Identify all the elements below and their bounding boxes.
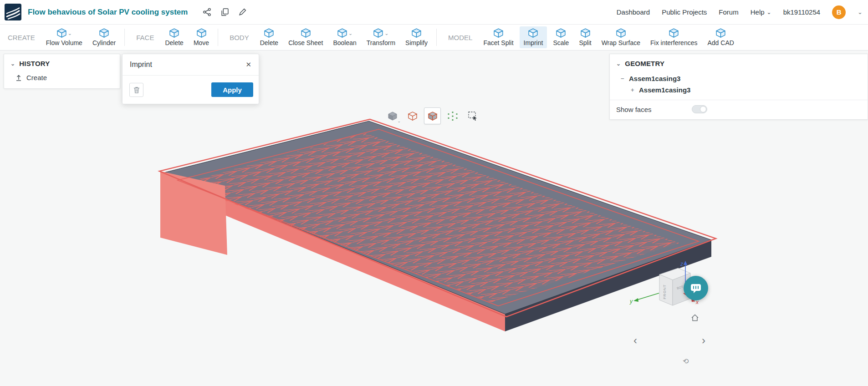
shaded-wireframe-view-button[interactable]	[424, 107, 441, 124]
rotate-view-icon[interactable]: ⟲	[683, 357, 689, 366]
cube-icon	[264, 28, 274, 38]
header-left: Flow behavious of Solar PV cooling syste…	[0, 4, 247, 20]
project-actions	[202, 8, 247, 17]
history-item-create[interactable]: Create	[4, 73, 120, 88]
toolbar-group-create: CREATE ⌄ Flow Volume Cylinder	[0, 25, 121, 50]
toolbar-item-close-sheet[interactable]: Close Sheet	[284, 26, 327, 48]
toolbar-divider	[218, 29, 218, 46]
history-header: ⌄ HISTORY	[4, 54, 120, 73]
cube-icon	[493, 28, 504, 38]
toolbar-item-boolean[interactable]: ⌄ Boolean	[329, 26, 360, 48]
history-title: HISTORY	[19, 60, 50, 67]
cube-icon	[411, 28, 422, 38]
trash-icon	[133, 86, 140, 94]
box-select-button[interactable]	[464, 107, 481, 124]
upload-icon	[15, 74, 22, 81]
nav-help[interactable]: Help ⌄	[751, 8, 771, 16]
show-faces-row: Show faces	[610, 100, 714, 119]
toolbar-item-transform[interactable]: ⌄ Transform	[363, 26, 399, 48]
vertices-view-button[interactable]	[444, 107, 461, 124]
vertices-cube-icon	[448, 112, 458, 121]
simscale-cad-app: Flow behavious of Solar PV cooling syste…	[0, 0, 868, 386]
group-label-body: BODY	[222, 34, 255, 41]
chat-button[interactable]	[684, 276, 708, 300]
toolbar-item-imprint[interactable]: Imprint	[520, 26, 547, 48]
add-cad-icon	[715, 28, 726, 38]
geometry-tree-item[interactable]: − Assem1casing3	[610, 73, 868, 84]
toolbar-item-add-cad[interactable]: Add CAD	[703, 26, 738, 48]
show-faces-toggle[interactable]	[692, 105, 707, 113]
nav-public-projects[interactable]: Public Projects	[662, 8, 707, 16]
imprint-icon	[528, 28, 538, 38]
toggle-knob	[700, 106, 706, 112]
delete-selection-button[interactable]	[129, 83, 143, 97]
wireframe-cube-icon	[408, 112, 418, 121]
show-faces-label: Show faces	[616, 106, 652, 113]
project-title: Flow behavious of Solar PV cooling syste…	[28, 8, 188, 17]
chat-bubble-icon	[690, 283, 702, 294]
simscale-logo	[5, 4, 21, 20]
chevron-down-icon[interactable]: ⌄	[10, 61, 15, 67]
home-view-icon[interactable]	[690, 313, 700, 322]
toolbar-item-face-move[interactable]: Move	[189, 26, 213, 48]
toolbar-item-split[interactable]: Split	[575, 26, 595, 48]
toolbar-item-flow-volume[interactable]: ⌄ Flow Volume	[42, 26, 87, 48]
shaded-view-button[interactable]: ⌄	[384, 107, 401, 124]
toolbar-item-facet-split[interactable]: Facet Split	[479, 26, 517, 48]
wireframe-view-button[interactable]	[404, 107, 421, 124]
toolbar-item-face-delete[interactable]: Delete	[161, 26, 187, 48]
apply-button[interactable]: Apply	[211, 82, 253, 97]
dialog-title: Imprint	[130, 61, 152, 69]
dialog-header: Imprint ✕	[123, 54, 259, 76]
cube-icon	[580, 28, 591, 38]
cube-icon	[337, 28, 347, 38]
cube-icon	[301, 28, 311, 38]
geometry-panel: ⌄ GEOMETRY − Assem1casing3 + Assem1casin…	[609, 54, 868, 120]
share-icon[interactable]	[202, 8, 211, 17]
top-bar: Flow behavious of Solar PV cooling syste…	[0, 0, 868, 25]
pencil-icon[interactable]	[238, 8, 247, 17]
expand-icon[interactable]: +	[631, 86, 635, 93]
shaded-cube-icon	[388, 112, 398, 121]
chevron-down-icon: ⌄	[767, 10, 771, 15]
geometry-title: GEOMETRY	[625, 60, 664, 67]
collapse-icon[interactable]: −	[621, 75, 625, 82]
transform-icon	[373, 28, 383, 38]
cube-icon	[196, 28, 207, 38]
chevron-down-icon: ⌄	[68, 31, 72, 36]
toolbar-divider	[436, 29, 437, 46]
history-item-label: Create	[26, 74, 47, 81]
box-select-icon	[468, 111, 478, 121]
username[interactable]: bk19110254	[783, 8, 820, 16]
cube-icon	[169, 28, 179, 38]
close-icon[interactable]: ✕	[245, 61, 251, 69]
cube-icon	[616, 28, 626, 38]
rotate-left-chevron[interactable]: ‹	[633, 334, 637, 347]
toolbar-group-model: MODEL Facet Split Imprint Scale Split Wr…	[440, 25, 739, 50]
rotate-right-chevron[interactable]: ›	[702, 334, 705, 347]
nav-forum[interactable]: Forum	[719, 8, 738, 16]
geometry-tree-label: Assem1casing3	[629, 75, 680, 82]
history-panel: ⌄ HISTORY Create	[4, 54, 120, 89]
chevron-down-icon: ⌄	[384, 31, 388, 36]
chevron-down-icon[interactable]: ⌄	[616, 61, 621, 67]
toolbar-divider	[124, 29, 125, 46]
toolbar-item-simplify[interactable]: Simplify	[401, 26, 432, 48]
cylinder-icon	[99, 28, 109, 38]
toolbar-item-body-delete[interactable]: Delete	[256, 26, 282, 48]
nav-dashboard[interactable]: Dashboard	[617, 8, 650, 16]
toolbar-item-cylinder[interactable]: Cylinder	[88, 26, 120, 48]
toolbar-item-fix-interferences[interactable]: Fix interferences	[646, 26, 701, 48]
y-axis-label: y	[629, 298, 633, 305]
toolbar-item-scale[interactable]: Scale	[549, 26, 573, 48]
avatar[interactable]: B	[832, 5, 846, 19]
account-chevron-down-icon[interactable]: ⌄	[858, 9, 863, 15]
copy-icon[interactable]	[220, 8, 229, 17]
toolbar-item-wrap-surface[interactable]: Wrap Surface	[597, 26, 644, 48]
imprint-dialog: Imprint ✕ Apply	[122, 54, 259, 104]
fix-interferences-icon	[669, 28, 679, 38]
toolbar-group-body: BODY Delete Close Sheet ⌄ Boolean ⌄ Tran…	[222, 25, 433, 50]
geometry-tree-item[interactable]: + Assem1casing3	[610, 84, 868, 96]
view-mode-toolbar: ⌄	[384, 107, 481, 124]
chevron-down-icon: ⌄	[348, 31, 352, 36]
